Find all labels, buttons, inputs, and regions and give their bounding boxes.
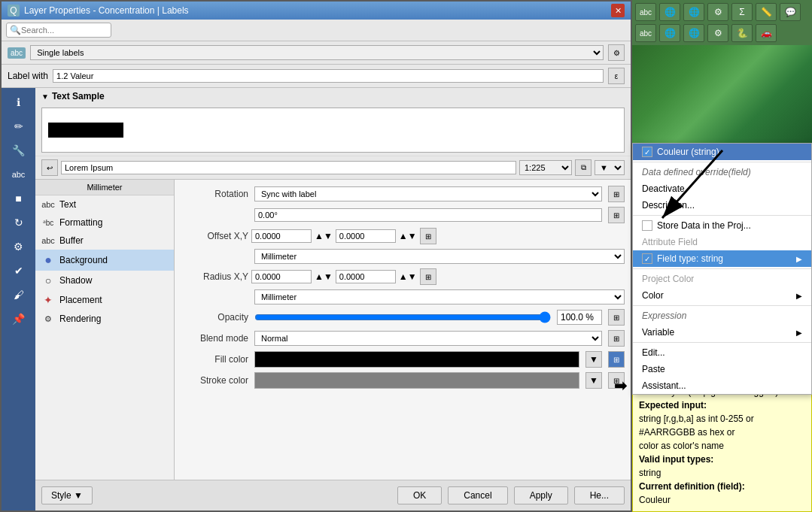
- sidebar-icon-edit[interactable]: ✏: [5, 115, 32, 138]
- radius-y-input[interactable]: [336, 270, 396, 283]
- opacity-slider[interactable]: [254, 311, 551, 323]
- scroll-select[interactable]: ▼: [595, 160, 625, 175]
- rt-btn-globe2[interactable]: 🌐: [683, 3, 704, 21]
- rt-btn-globe3[interactable]: 🌐: [659, 24, 680, 42]
- right-toolbar: abc 🌐 🌐 ⚙ Σ 📏 💬 abc 🌐 🌐 ⚙ 🐍 🚗: [632, 0, 812, 45]
- rt-btn-gear[interactable]: ⚙: [707, 3, 728, 21]
- rotation-override-btn[interactable]: ⊞: [608, 186, 625, 202]
- tree-item-text[interactable]: abc Text: [35, 195, 174, 214]
- opacity-input[interactable]: [557, 310, 602, 325]
- label-with-input[interactable]: [53, 69, 604, 83]
- rotation-select[interactable]: Sync with label: [254, 186, 602, 201]
- ctx-sep-1: [633, 162, 811, 162]
- ctx-field-type[interactable]: ✓ Field type: string ▶: [633, 250, 811, 267]
- search-box[interactable]: 🔍: [6, 23, 111, 38]
- offset-y-input[interactable]: [336, 229, 396, 243]
- radius-x-input[interactable]: [251, 270, 312, 283]
- tooltip-expected-label: Expected input:: [639, 400, 707, 411]
- ctx-header-item[interactable]: ✓ Couleur (string): [633, 144, 811, 160]
- fill-color-arrow-btn[interactable]: ▼: [585, 351, 602, 368]
- text-sample-header[interactable]: ▼ Text Sample: [35, 88, 631, 105]
- sidebar-icon-square[interactable]: ■: [5, 187, 32, 210]
- sidebar-icon-check[interactable]: ✔: [5, 259, 32, 282]
- blend-override-btn[interactable]: ⊞: [608, 330, 625, 347]
- tree-item-placement[interactable]: ✦ Placement: [35, 290, 174, 310]
- ctx-store-data-checkbox[interactable]: [642, 220, 652, 231]
- ctx-variable[interactable]: Variable ▶: [633, 324, 811, 341]
- label-mode-icon: abc: [8, 47, 26, 59]
- tree-item-buffer[interactable]: abc Buffer: [35, 232, 174, 250]
- rt-btn-python[interactable]: 🐍: [731, 24, 753, 42]
- offset-override-btn[interactable]: ⊞: [420, 228, 436, 244]
- offset-unit-row: Millimeter: [181, 249, 625, 264]
- millimeter-bar: Millimeter: [35, 180, 174, 195]
- ctx-variable-arrow: ▶: [796, 329, 802, 337]
- rt-btn-ruler[interactable]: 📏: [756, 3, 777, 21]
- lorem-input[interactable]: [61, 161, 516, 174]
- rt-btn-abc2[interactable]: abc: [635, 24, 656, 42]
- stroke-color-arrow-btn[interactable]: ▼: [585, 372, 602, 389]
- ctx-color[interactable]: Color ▶: [633, 287, 811, 304]
- ctx-description[interactable]: Description...: [633, 197, 811, 214]
- rt-btn-chat[interactable]: 💬: [780, 3, 801, 21]
- ctx-override-label: Data defined override(field): [633, 164, 811, 180]
- text-sample-preview: [41, 108, 625, 153]
- lorem-copy-btn[interactable]: ⧉: [575, 159, 592, 176]
- rt-btn-abc[interactable]: abc: [635, 3, 656, 21]
- rotation-degree-input[interactable]: [254, 208, 602, 222]
- tree-item-formatting[interactable]: ᵃbc Formatting: [35, 214, 174, 232]
- fill-color-override-btn[interactable]: ⊞: [608, 351, 625, 368]
- offset-y-spin[interactable]: ▲▼: [399, 231, 417, 241]
- tooltip-current-label: Current definition (field):: [639, 481, 745, 492]
- label-with-btn[interactable]: ε: [608, 68, 625, 84]
- stroke-color-swatch[interactable]: [254, 372, 579, 389]
- ctx-paste[interactable]: Paste: [633, 361, 811, 377]
- radius-override-btn[interactable]: ⊞: [420, 268, 436, 285]
- sidebar-icon-gear[interactable]: ⚙: [5, 235, 32, 258]
- opacity-override-btn[interactable]: ⊞: [608, 309, 625, 326]
- ctx-header-checkbox[interactable]: ✓: [642, 147, 652, 157]
- sidebar-icon-tool[interactable]: 🔧: [5, 139, 32, 162]
- tree-item-background[interactable]: ● Background: [35, 250, 174, 271]
- ctx-deactivate[interactable]: Deactivate: [633, 180, 811, 197]
- sidebar-icon-info[interactable]: ℹ: [5, 91, 32, 114]
- radius-y-spin[interactable]: ▲▼: [399, 271, 417, 282]
- offset-spin-up[interactable]: ▲▼: [315, 231, 333, 241]
- offset-x-input[interactable]: [251, 229, 312, 243]
- search-input[interactable]: [21, 26, 108, 35]
- label-mode-select[interactable]: Single labels Rule-based labeling No lab…: [30, 45, 604, 60]
- formatting-icon: ᵃbc: [41, 219, 55, 227]
- radius-spin-up[interactable]: ▲▼: [315, 271, 333, 282]
- ctx-header-label: Couleur (string): [657, 147, 719, 157]
- ctx-edit[interactable]: Edit...: [633, 344, 811, 361]
- ctx-assistant[interactable]: Assistant... ➡: [633, 377, 811, 394]
- rt-btn-globe4[interactable]: 🌐: [683, 24, 704, 42]
- arrow-to-assistant: ➡: [614, 377, 627, 395]
- dialog-close-button[interactable]: ✕: [611, 4, 625, 17]
- ctx-field-type-checkbox[interactable]: ✓: [642, 253, 652, 264]
- rotation-degree-override-btn[interactable]: ⊞: [608, 207, 625, 223]
- scale-select[interactable]: 1:225: [519, 160, 572, 175]
- offset-unit-select[interactable]: Millimeter: [254, 249, 625, 264]
- rt-btn-globe1[interactable]: 🌐: [659, 3, 680, 21]
- apply-button[interactable]: Apply: [514, 486, 568, 504]
- rt-btn-gear2[interactable]: ⚙: [707, 24, 728, 42]
- sidebar-icon-refresh[interactable]: ↻: [5, 211, 32, 234]
- lorem-back-btn[interactable]: ↩: [41, 159, 58, 176]
- blend-select[interactable]: Normal: [254, 331, 602, 346]
- cancel-button[interactable]: Cancel: [448, 486, 507, 504]
- style-button[interactable]: Style ▼: [41, 486, 93, 504]
- sidebar-icon-pin[interactable]: 📌: [5, 308, 32, 330]
- sidebar-icon-paint[interactable]: 🖌: [5, 283, 32, 306]
- tree-item-shadow[interactable]: ○ Shadow: [35, 271, 174, 290]
- tree-item-rendering[interactable]: ⚙ Rendering: [35, 310, 174, 328]
- rt-btn-sigma[interactable]: Σ: [731, 3, 753, 21]
- ok-button[interactable]: OK: [397, 486, 442, 504]
- radius-unit-select[interactable]: Millimeter: [254, 289, 625, 304]
- fill-color-swatch[interactable]: [254, 351, 579, 368]
- label-mode-settings-btn[interactable]: ⚙: [608, 44, 625, 61]
- sidebar-icon-abc[interactable]: abc: [5, 163, 32, 186]
- help-button[interactable]: He...: [574, 486, 625, 504]
- rt-btn-car[interactable]: 🚗: [756, 24, 777, 42]
- ctx-store-data[interactable]: Store Data in the Proj...: [633, 217, 811, 234]
